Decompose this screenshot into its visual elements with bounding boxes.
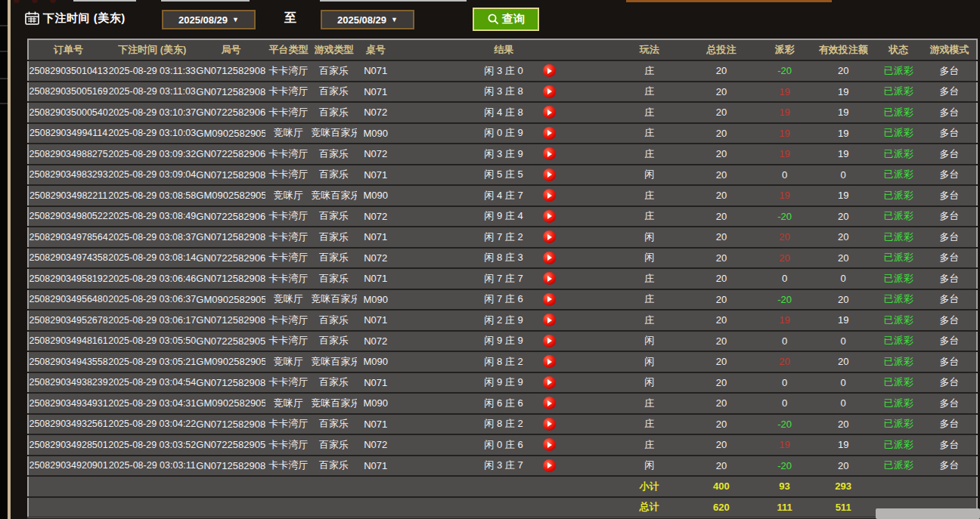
round-number-cell: GM09025829056 <box>196 289 265 310</box>
left-panel-divider <box>8 0 11 519</box>
column-header: 局号 <box>196 39 265 60</box>
play-replay-icon[interactable] <box>543 106 556 119</box>
play-type-cell: 闲 <box>613 227 685 248</box>
table-number-cell: N072 <box>357 144 395 165</box>
date-to-select[interactable]: 2025/08/29 ▼ <box>321 10 414 29</box>
total-bet-cell: 20 <box>685 123 757 144</box>
valid-bet-cell: 20 <box>812 456 875 477</box>
round-number-cell: GN0712582908U <box>196 60 265 82</box>
game-type-cell: 百家乐 <box>312 227 357 248</box>
status-cell: 已派彩 <box>875 268 923 289</box>
payout-cell: -20 <box>757 289 811 310</box>
round-number-cell: GN0712582908J <box>196 310 265 331</box>
play-replay-icon[interactable] <box>543 64 556 77</box>
table-row: 2508290349832932025-08-29 03:09:04GN0712… <box>28 165 977 186</box>
play-type-cell: 闲 <box>613 456 685 477</box>
platform-cell: 卡卡湾厅 <box>265 414 311 435</box>
play-replay-icon[interactable] <box>543 147 556 160</box>
play-replay-icon[interactable] <box>543 335 556 348</box>
status-cell: 已派彩 <box>875 393 923 414</box>
payout-cell: 19 <box>757 185 811 206</box>
table-number-cell: N071 <box>357 82 395 103</box>
platform-cell: 卡卡湾厅 <box>265 268 311 289</box>
play-replay-icon[interactable] <box>543 272 556 285</box>
platform-cell: 卡卡湾厅 <box>265 248 311 269</box>
payout-cell: 20 <box>757 248 811 269</box>
to-label: 至 <box>284 11 296 26</box>
play-replay-icon[interactable] <box>543 314 556 326</box>
game-mode-cell: 多台 <box>923 60 977 82</box>
play-replay-icon[interactable] <box>543 438 556 451</box>
status-cell: 已派彩 <box>875 206 923 227</box>
play-replay-icon[interactable] <box>543 293 556 306</box>
game-mode-cell: 多台 <box>923 372 977 394</box>
round-number-cell: GN07225829065 <box>196 144 265 165</box>
play-type-cell: 庄 <box>613 82 685 103</box>
order-cell: 250829034983293 <box>28 165 108 186</box>
play-replay-icon[interactable] <box>543 210 556 223</box>
play-replay-icon[interactable] <box>543 85 556 98</box>
total-bet-sum-cell: 400 <box>685 476 757 497</box>
column-header: 游戏类型 <box>312 39 357 60</box>
play-replay-icon[interactable] <box>543 127 556 140</box>
total-bet-cell: 20 <box>685 144 757 165</box>
play-replay-icon[interactable] <box>543 230 556 243</box>
search-icon <box>487 13 500 26</box>
payout-cell: 19 <box>757 123 811 144</box>
game-type-cell: 百家乐 <box>312 331 357 352</box>
table-row: 2508290349743582025-08-29 03:08:14GN0722… <box>28 248 977 269</box>
bet-time-cell: 2025-08-29 03:08:58 <box>108 185 196 206</box>
result-cell: 闲 4 庄 7 <box>395 185 613 206</box>
date-from-select[interactable]: 2025/08/29 ▼ <box>162 10 256 29</box>
play-type-cell: 闲 <box>613 331 685 352</box>
order-cell: 250829034948161 <box>28 331 108 352</box>
table-row: 2508290349285012025-08-29 03:03:52GN0722… <box>28 434 977 456</box>
play-replay-icon[interactable] <box>543 189 556 202</box>
scrollbar-thumb[interactable] <box>876 508 980 519</box>
play-replay-icon[interactable] <box>543 397 556 409</box>
play-replay-icon[interactable] <box>543 252 556 264</box>
play-replay-icon[interactable] <box>543 418 556 431</box>
dropdown-arrow-icon: ▼ <box>232 16 239 23</box>
order-cell: 250829034943558 <box>28 351 108 372</box>
play-replay-icon[interactable] <box>543 168 556 181</box>
play-replay-icon[interactable] <box>543 459 556 472</box>
status-cell: 已派彩 <box>875 123 923 144</box>
table-number-cell: M090 <box>357 351 395 372</box>
bet-time-cell: 2025-08-29 03:09:04 <box>108 165 196 186</box>
platform-cell: 竞咪厅 <box>265 351 311 372</box>
status-cell: 已派彩 <box>875 248 923 269</box>
result-cell: 闲 7 庄 7 <box>395 268 613 289</box>
bet-time-cell: 2025-08-29 03:10:37 <box>108 102 196 123</box>
payout-cell: 19 <box>757 82 811 103</box>
column-header: 状态 <box>875 39 923 60</box>
table-number-cell: N072 <box>357 206 395 227</box>
round-number-cell: GN07225829067 <box>196 102 265 123</box>
result-text: 闲 7 庄 7 <box>484 272 523 286</box>
valid-bet-sum-cell: 511 <box>812 497 875 518</box>
total-bet-cell: 20 <box>685 82 757 103</box>
table-row: 2508290349564802025-08-29 03:06:37GM0902… <box>28 289 977 310</box>
play-type-cell: 庄 <box>613 434 685 456</box>
game-type-cell: 百家乐 <box>312 144 357 165</box>
play-replay-icon[interactable] <box>543 376 556 389</box>
query-button[interactable]: 查询 <box>473 8 539 31</box>
valid-bet-cell: 19 <box>812 310 875 331</box>
platform-cell: 卡卡湾厅 <box>265 372 311 394</box>
status-cell: 已派彩 <box>875 351 923 372</box>
order-cell: 250829034920901 <box>28 456 108 477</box>
subtotal-row: 小计40093293 <box>28 476 977 497</box>
game-type-cell: 竞咪百家乐 <box>312 393 357 414</box>
result-text: 闲 9 庄 9 <box>484 334 523 348</box>
payout-cell: 20 <box>757 227 811 248</box>
bet-time-cell: 2025-08-29 03:11:33 <box>108 60 196 82</box>
total-bet-cell: 20 <box>685 206 757 227</box>
payout-cell: 19 <box>757 434 811 456</box>
valid-bet-cell: 0 <box>812 165 875 186</box>
play-replay-icon[interactable] <box>543 355 556 368</box>
column-header: 平台类型 <box>265 39 311 60</box>
total-bet-cell: 20 <box>685 248 757 269</box>
result-cell: 闲 4 庄 8 <box>395 102 613 123</box>
payout-cell: -20 <box>757 60 811 82</box>
play-type-cell: 庄 <box>613 414 685 435</box>
